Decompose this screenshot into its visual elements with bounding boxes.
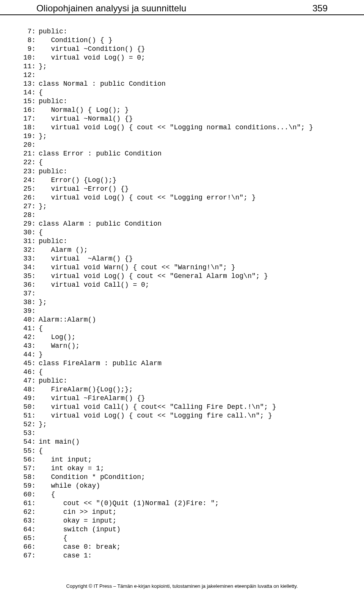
code-line: 9: virtual ~Condition() {} [21,45,343,53]
code-line: 46:{ [21,368,343,377]
code-line: 8: Condition() { } [21,36,343,45]
line-text: virtual void Call() { cout<< "Calling Fi… [39,403,276,411]
line-number: 34: [21,263,39,272]
line-text: } [39,350,43,359]
line-number: 50: [21,403,39,411]
line-text: FireAlarm(){Log();}; [39,385,133,394]
code-line: 10: virtual void Log() = 0; [21,53,343,62]
code-line: 37: [21,289,343,298]
code-line: 44:} [21,350,343,359]
line-text: virtual void Log() { cout << "General Al… [39,272,268,281]
line-text: Log(); [39,333,75,342]
line-number: 33: [21,254,39,263]
line-text: int input; [39,455,92,464]
code-line: 38:}; [21,298,343,307]
line-number: 12: [21,71,39,80]
line-number: 44: [21,350,39,359]
line-number: 36: [21,281,39,289]
line-text: cin >> input; [39,508,116,517]
line-text: virtual void Call() = 0; [39,281,149,289]
line-number: 24: [21,176,39,185]
code-line: 67: case 1: [21,551,343,560]
code-line: 29:class Alarm : public Condition [21,220,343,228]
line-number: 29: [21,220,39,228]
line-text: switch (input) [39,525,121,534]
code-line: 7:public: [21,27,343,36]
code-line: 64: switch (input) [21,525,343,534]
line-text: { [39,490,55,499]
line-number: 52: [21,420,39,429]
line-text: virtual void Log() { cout << "Logging er… [39,193,256,202]
line-text: int main() [39,438,80,446]
code-line: 36: virtual void Call() = 0; [21,281,343,289]
line-text: Warn(); [39,342,80,350]
code-line: 45:class FireAlarm : public Alarm [21,359,343,368]
line-text: { [39,88,43,97]
line-number: 65: [21,534,39,543]
page-header: Oliopohjainen analyysi ja suunnittelu 35… [0,0,364,15]
code-line: 23:public: [21,167,343,176]
line-number: 28: [21,211,39,220]
code-line: 21:class Error : public Condition [21,149,343,158]
code-line: 30:{ [21,228,343,237]
line-number: 47: [21,377,39,385]
line-number: 54: [21,438,39,446]
line-number: 23: [21,167,39,176]
line-number: 7: [21,27,39,36]
code-line: 42: Log(); [21,333,343,342]
line-number: 15: [21,97,39,106]
line-number: 17: [21,115,39,123]
code-listing: 7:public:8: Condition() { }9: virtual ~C… [0,27,364,560]
line-text: case 1: [39,551,92,560]
line-number: 22: [21,158,39,167]
code-line: 11:}; [21,62,343,71]
line-number: 63: [21,517,39,525]
code-line: 33: virtual ~Alarm() {} [21,254,343,263]
code-line: 28: [21,211,343,220]
line-number: 42: [21,333,39,342]
code-line: 51: virtual void Log() { cout << "Loggin… [21,411,343,420]
line-text: { [39,158,43,167]
code-line: 63: okay = input; [21,517,343,525]
line-number: 27: [21,202,39,211]
line-number: 14: [21,88,39,97]
line-text: }; [39,202,47,211]
code-line: 48: FireAlarm(){Log();}; [21,385,343,394]
line-text: Condition() { } [39,36,112,45]
line-number: 21: [21,149,39,158]
line-number: 66: [21,543,39,551]
line-text: }; [39,420,47,429]
line-number: 31: [21,237,39,246]
line-number: 59: [21,482,39,490]
code-line: 35: virtual void Log() { cout << "Genera… [21,272,343,281]
line-number: 45: [21,359,39,368]
line-number: 9: [21,45,39,53]
line-number: 48: [21,385,39,394]
line-text: { [39,368,43,377]
line-text: virtual void Log() { cout << "Logging fi… [39,411,272,420]
line-number: 43: [21,342,39,350]
line-text: public: [39,377,67,385]
code-line: 22:{ [21,158,343,167]
line-number: 39: [21,307,39,316]
line-text: virtual void Log() = 0; [39,53,145,62]
line-text: virtual ~Normal() {} [39,115,133,123]
code-line: 19:}; [21,132,343,141]
code-line: 65: { [21,534,343,543]
code-line: 40:Alarm::Alarm() [21,316,343,324]
code-line: 16: Normal() { Log(); } [21,106,343,115]
code-line: 43: Warn(); [21,342,343,350]
code-line: 13:class Normal : public Condition [21,80,343,88]
line-number: 25: [21,185,39,193]
code-line: 52:}; [21,420,343,429]
code-line: 12: [21,71,343,80]
line-number: 55: [21,447,39,455]
line-number: 35: [21,272,39,281]
code-line: 66: case 0: break; [21,543,343,551]
code-line: 31:public: [21,237,343,246]
line-text: cout << "(0)Quit (1)Normal (2)Fire: "; [39,499,219,508]
line-text: while (okay) [39,482,100,490]
line-number: 20: [21,141,39,149]
code-line: 50: virtual void Call() { cout<< "Callin… [21,403,343,411]
line-number: 62: [21,508,39,517]
